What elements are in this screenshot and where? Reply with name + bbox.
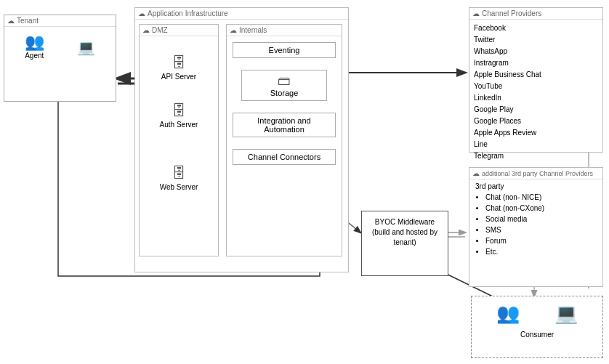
channel-apple-apps-review: Apple Apps Review <box>474 127 598 139</box>
web-server-icon: 🗄 <box>140 165 218 182</box>
internals-header: ☁ Internals <box>227 25 342 36</box>
tenant-cloud-icon: ☁ <box>7 17 15 25</box>
integration-label: Integration and Automation <box>257 116 310 134</box>
agent-node: 👥 Agent <box>25 34 44 60</box>
channel-google-places: Google Places <box>474 116 598 127</box>
agent-person-icon: 👥 <box>25 34 44 50</box>
storage-cylinder-icon: 🗃 <box>248 73 320 89</box>
auth-server-node: 🗄 Auth Server <box>140 102 218 129</box>
channel-providers-box: ☁ Channel Providers Facebook Twitter Wha… <box>469 7 603 153</box>
byoc-label: BYOC Middleware (build and hosted by ten… <box>372 218 437 246</box>
diagram: ☁ Tenant 👥 Agent 💻 ☁ Application Infrast… <box>0 0 609 364</box>
eventing-box: Eventing <box>233 42 336 58</box>
consumer-laptop-icon: 💻 <box>554 302 578 324</box>
web-server-label: Web Server <box>140 183 218 191</box>
channel-list: Facebook Twitter WhatsApp Instragram App… <box>469 20 602 165</box>
dmz-label: DMZ <box>152 26 168 34</box>
tenant-box: ☁ Tenant 👥 Agent 💻 <box>4 15 116 102</box>
app-infra-header: ☁ Application Infrastructure <box>135 8 348 20</box>
channel-google-play: Google Play <box>474 104 598 116</box>
app-infra-box: ☁ Application Infrastructure ☁ DMZ 🗄 API… <box>134 7 349 272</box>
list-item-chat-cxone: Chat (non-CXone) <box>485 203 597 214</box>
internals-label: Internals <box>239 26 267 34</box>
internals-cloud-icon: ☁ <box>230 26 237 34</box>
consumer-content: 👥 💻 <box>472 296 602 331</box>
consumer-laptop-node: 💻 <box>554 302 578 325</box>
channel-providers-header: ☁ Channel Providers <box>469 8 602 20</box>
consumer-person-icon: 👥 <box>496 302 520 324</box>
byoc-box: BYOC Middleware (build and hosted by ten… <box>361 211 448 276</box>
consumer-person-node: 👥 <box>496 302 520 325</box>
list-item-forum: Forum <box>485 235 597 246</box>
tenant-label: Tenant <box>17 17 39 25</box>
channel-apple-business-chat: Apple Business Chat <box>474 69 598 81</box>
agent-label: Agent <box>25 52 44 60</box>
list-item-etc: Etc. <box>485 246 597 257</box>
channel-youtube: YouTube <box>474 81 598 92</box>
agent-laptop-node: 💻 <box>77 39 95 56</box>
dmz-cloud-icon: ☁ <box>142 26 150 34</box>
channel-providers-cloud-icon: ☁ <box>472 9 480 17</box>
consumer-box: 👥 💻 Consumer <box>471 296 603 358</box>
auth-server-icon: 🗄 <box>140 102 218 119</box>
channel-providers-label: Channel Providers <box>482 9 541 17</box>
channel-telegram: Telegram <box>474 150 598 162</box>
auth-server-label: Auth Server <box>140 121 218 129</box>
list-item-chat-nice: Chat (non- NICE) <box>485 192 597 203</box>
api-server-icon: 🗄 <box>140 54 218 71</box>
additional-providers-label: additional 3rd party Channel Providers <box>482 170 593 177</box>
dmz-header: ☁ DMZ <box>140 25 218 36</box>
internals-box: ☁ Internals Eventing 🗃 Storage Integrati… <box>226 24 342 256</box>
dmz-box: ☁ DMZ 🗄 API Server 🗄 Auth Server 🗄 Web S… <box>139 24 219 256</box>
storage-box: 🗃 Storage <box>241 70 327 101</box>
storage-label: Storage <box>270 89 299 97</box>
app-infra-cloud-icon: ☁ <box>138 9 145 17</box>
additional-providers-header: ☁ additional 3rd party Channel Providers <box>469 168 602 179</box>
channel-linkedin: LinkedIn <box>474 92 598 104</box>
channel-twitter: Twitter <box>474 34 598 46</box>
channel-whatsapp: WhatsApp <box>474 46 598 57</box>
channel-instagram: Instragram <box>474 57 598 69</box>
channel-line: Line <box>474 139 598 150</box>
consumer-label: Consumer <box>472 331 602 339</box>
third-party-list: Chat (non- NICE) Chat (non-CXone) Social… <box>475 192 597 257</box>
additional-providers-cloud-icon: ☁ <box>472 169 480 177</box>
channel-facebook: Facebook <box>474 23 598 34</box>
additional-providers-box: ☁ additional 3rd party Channel Providers… <box>469 167 603 287</box>
list-item-social: Social media <box>485 214 597 225</box>
web-server-node: 🗄 Web Server <box>140 165 218 191</box>
agent-laptop-icon: 💻 <box>77 39 95 56</box>
tenant-header: ☁ Tenant <box>4 15 116 27</box>
channel-connectors-box: Channel Connectors <box>233 149 336 165</box>
third-party-label: 3rd party <box>475 182 597 190</box>
additional-providers-content: 3rd party Chat (non- NICE) Chat (non-CXo… <box>469 179 602 260</box>
list-item-sms: SMS <box>485 225 597 235</box>
app-infra-label: Application Infrastructure <box>148 9 228 17</box>
eventing-label: Eventing <box>269 46 300 54</box>
api-server-node: 🗄 API Server <box>140 54 218 81</box>
integration-box: Integration and Automation <box>233 113 336 137</box>
channel-connectors-label: Channel Connectors <box>248 153 320 161</box>
api-server-label: API Server <box>140 73 218 81</box>
